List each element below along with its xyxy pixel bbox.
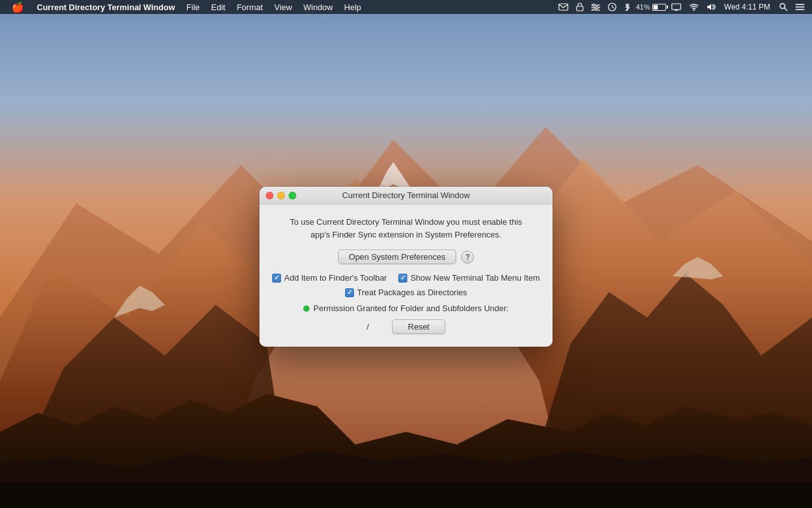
time-machine-icon[interactable] — [605, 3, 619, 11]
menubar-left: 🍎 Current Directory Terminal Window File… — [5, 0, 366, 14]
spotlight-search-icon[interactable] — [776, 3, 790, 11]
terminal-tab-checkbox[interactable]: ✓ Show New Terminal Tab Menu Item — [398, 273, 540, 283]
traffic-lights — [266, 192, 296, 199]
dialog-content: To use Current Directory Terminal Window… — [259, 204, 553, 347]
view-menu[interactable]: View — [269, 0, 297, 14]
dialog-overlay: Current Directory Terminal Window To use… — [0, 0, 812, 508]
finder-toolbar-checkbox[interactable]: ✓ Add Item to Finder's Toolbar — [272, 273, 387, 283]
menubar-right: 41% — [556, 3, 807, 11]
finder-toolbar-checkbox-box: ✓ — [272, 274, 281, 283]
packages-checkbox-row: ✓ Treat Packages as Directories — [272, 288, 540, 297]
path-reset-row: / Reset — [272, 319, 540, 334]
packages-label: Treat Packages as Directories — [357, 288, 468, 297]
lock-status-icon[interactable] — [573, 3, 586, 11]
reset-button[interactable]: Reset — [392, 319, 445, 334]
dialog-titlebar: Current Directory Terminal Window — [259, 187, 553, 204]
minimize-button[interactable] — [277, 192, 285, 199]
svg-point-20 — [593, 9, 596, 11]
permission-row: Permission Granted for Folder and Subfol… — [272, 304, 540, 313]
svg-marker-29 — [707, 4, 711, 10]
checkboxes-row: ✓ Add Item to Finder's Toolbar ✓ Show Ne… — [272, 273, 540, 283]
svg-rect-25 — [672, 4, 681, 10]
bluetooth-icon[interactable] — [622, 3, 633, 11]
apple-menu[interactable]: 🍎 — [5, 0, 30, 14]
format-menu[interactable]: Format — [232, 0, 268, 14]
mail-icon — [558, 3, 568, 11]
help-menu[interactable]: Help — [339, 0, 367, 14]
svg-line-31 — [785, 8, 788, 11]
svg-point-28 — [693, 10, 694, 11]
wifi-symbol — [689, 3, 699, 11]
battery-indicator[interactable]: 41% — [636, 3, 665, 11]
battery-fill — [653, 5, 658, 10]
wifi-icon[interactable] — [686, 3, 702, 11]
packages-checkbox[interactable]: ✓ Treat Packages as Directories — [345, 288, 468, 297]
open-system-preferences-button[interactable]: Open System Preferences — [338, 250, 456, 264]
screen-mirror-icon[interactable] — [669, 3, 684, 11]
svg-point-30 — [780, 4, 785, 9]
terminal-tab-label: Show New Terminal Tab Menu Item — [410, 273, 540, 283]
svg-point-19 — [596, 6, 598, 9]
bluetooth-symbol — [624, 3, 631, 11]
finder-toolbar-label: Add Item to Finder's Toolbar — [284, 273, 387, 283]
notification-center-icon[interactable] — [793, 3, 807, 11]
edit-menu[interactable]: Edit — [206, 0, 230, 14]
apple-icon: 🍎 — [11, 1, 24, 13]
sliders-icon — [591, 3, 600, 11]
file-menu[interactable]: File — [181, 0, 205, 14]
app-name-menu[interactable]: Current Directory Terminal Window — [32, 0, 180, 14]
dialog-message: To use Current Directory Terminal Window… — [272, 216, 540, 241]
terminal-tab-checkbox-box: ✓ — [398, 274, 407, 283]
maximize-button[interactable] — [289, 192, 296, 199]
permission-granted-indicator — [303, 305, 310, 312]
dialog-title: Current Directory Terminal Window — [342, 190, 469, 200]
svg-line-23 — [612, 7, 614, 8]
svg-rect-14 — [577, 6, 583, 11]
window-menu[interactable]: Window — [298, 0, 337, 14]
battery-bar — [652, 4, 666, 11]
folder-path: / — [367, 322, 379, 331]
search-symbol — [779, 3, 788, 11]
volume-symbol — [707, 3, 716, 11]
mail-status-icon[interactable] — [556, 3, 571, 11]
svg-point-18 — [593, 4, 595, 6]
lock-icon — [576, 3, 584, 11]
battery-percent: 41% — [636, 3, 650, 11]
menubar: 🍎 Current Directory Terminal Window File… — [0, 0, 812, 14]
permission-label: Permission Granted for Folder and Subfol… — [313, 304, 509, 313]
open-prefs-row: Open System Preferences ? — [272, 250, 540, 264]
help-button[interactable]: ? — [461, 251, 474, 264]
clock-icon — [608, 3, 617, 11]
close-button[interactable] — [266, 192, 273, 199]
packages-checkbox-box: ✓ — [345, 288, 354, 297]
volume-icon[interactable] — [704, 3, 718, 11]
dialog-window: Current Directory Terminal Window To use… — [259, 187, 553, 347]
svg-rect-13 — [559, 4, 568, 10]
display-icon — [671, 3, 681, 11]
list-symbol — [796, 3, 804, 11]
menubar-time: Wed 4:11 PM — [721, 3, 774, 11]
display-status-icon[interactable] — [589, 3, 603, 11]
